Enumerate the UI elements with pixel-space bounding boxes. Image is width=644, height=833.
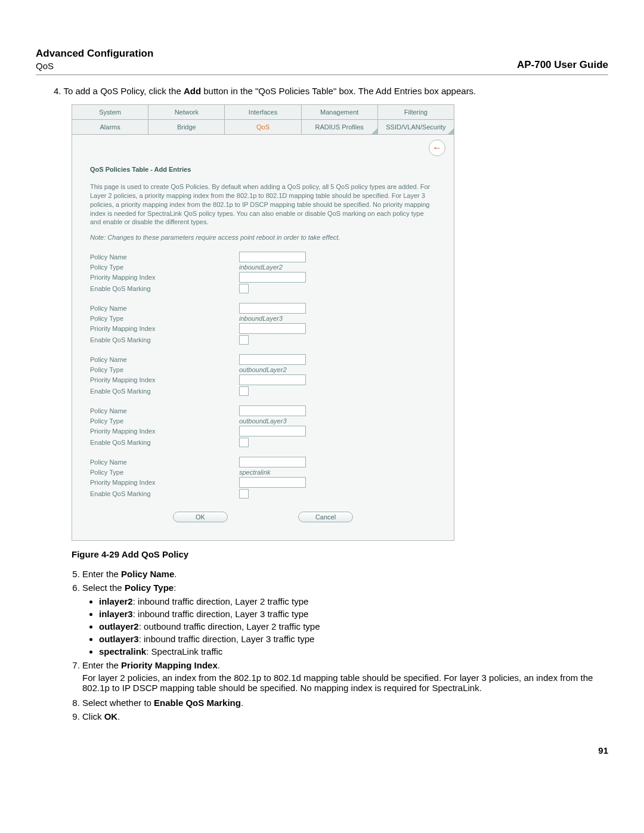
ok-button[interactable]: OK	[173, 512, 228, 522]
bullet-outlayer2: outlayer2: outbound traffic direction, L…	[99, 621, 608, 631]
tab-alarms[interactable]: Alarms	[72, 120, 148, 134]
policy-group-2: Policy Name Policy TypeinboundLayer3 Pri…	[90, 303, 436, 345]
bullet-inlayer2: inlayer2: inbound traffic direction, Lay…	[99, 596, 608, 606]
value-policy-type-1: inboundLayer2	[239, 264, 283, 271]
input-pm-index-2[interactable]	[239, 323, 306, 334]
checkbox-enable-qos-1[interactable]	[239, 284, 249, 293]
label-policy-name: Policy Name	[90, 253, 239, 261]
tab-radius-profiles[interactable]: RADIUS Profiles	[302, 120, 378, 134]
step-5: Enter the Policy Name.	[82, 569, 608, 579]
tab-bridge[interactable]: Bridge	[148, 120, 225, 134]
tab-qos[interactable]: QoS	[225, 120, 301, 134]
tab-filtering[interactable]: Filtering	[378, 105, 454, 119]
tab-ssid-vlan-security[interactable]: SSID/VLAN/Security	[378, 120, 454, 134]
back-arrow-icon[interactable]: ←	[429, 140, 445, 156]
tab-network[interactable]: Network	[148, 105, 225, 119]
policy-group-5: Policy Name Policy Typespectralink Prior…	[90, 457, 436, 498]
checkbox-enable-qos-2[interactable]	[239, 335, 249, 345]
value-policy-type-3: outboundLayer2	[239, 366, 287, 373]
label-pm-index: Priority Mapping Index	[90, 274, 239, 281]
tab-system[interactable]: System	[72, 105, 148, 119]
panel-heading: QoS Policies Table - Add Entries	[90, 166, 436, 173]
input-policy-name-2[interactable]	[239, 303, 306, 314]
value-policy-type-2: inboundLayer3	[239, 315, 283, 322]
value-policy-type-4: outboundLayer3	[239, 417, 287, 425]
input-policy-name-5[interactable]	[239, 457, 306, 467]
tab-row-2: Alarms Bridge QoS RADIUS Profiles SSID/V…	[72, 120, 454, 135]
policy-group-1: Policy Name Policy TypeinboundLayer2 Pri…	[90, 252, 436, 293]
bullet-inlayer3: inlayer3: inbound traffic direction, Lay…	[99, 609, 608, 619]
bullet-spectralink: spectralink: SpectraLink traffic	[99, 646, 608, 657]
input-pm-index-1[interactable]	[239, 272, 306, 283]
header-left-title: Advanced Configuration	[36, 48, 153, 60]
step-7: Enter the Priority Mapping Index. For la…	[82, 660, 608, 693]
figure-caption: Figure 4-29 Add QoS Policy	[72, 549, 608, 559]
policy-group-4: Policy Name Policy TypeoutboundLayer3 Pr…	[90, 405, 436, 447]
input-policy-name-4[interactable]	[239, 405, 306, 416]
input-policy-name-1[interactable]	[239, 252, 306, 262]
panel-description: This page is used to create QoS Policies…	[90, 182, 436, 227]
header-right: AP-700 User Guide	[517, 59, 608, 71]
step-8: Select whether to Enable QoS Marking.	[82, 698, 608, 708]
checkbox-enable-qos-4[interactable]	[239, 438, 249, 447]
tab-row-1: System Network Interfaces Management Fil…	[72, 105, 454, 120]
label-policy-type: Policy Type	[90, 264, 239, 271]
step-6: Select the Policy Type: inlayer2: inboun…	[82, 583, 608, 657]
qos-add-entries-ui: System Network Interfaces Management Fil…	[72, 104, 454, 541]
checkbox-enable-qos-3[interactable]	[239, 386, 249, 396]
tab-management[interactable]: Management	[302, 105, 378, 119]
value-policy-type-5: spectralink	[239, 469, 271, 476]
page-number: 91	[36, 745, 608, 755]
label-enable-qos: Enable QoS Marking	[90, 285, 239, 292]
header-divider	[36, 75, 608, 75]
tab-interfaces[interactable]: Interfaces	[225, 105, 301, 119]
policy-group-3: Policy Name Policy TypeoutboundLayer2 Pr…	[90, 354, 436, 396]
input-pm-index-4[interactable]	[239, 426, 306, 436]
bullet-outlayer3: outlayer3: inbound traffic direction, La…	[99, 634, 608, 644]
step-9: Click OK.	[82, 711, 608, 721]
panel-note: Note: Changes to these parameters requir…	[90, 234, 436, 241]
cancel-button[interactable]: Cancel	[298, 512, 353, 522]
checkbox-enable-qos-5[interactable]	[239, 489, 249, 498]
step-7-para: For layer 2 policies, an index from the …	[82, 673, 608, 693]
input-policy-name-3[interactable]	[239, 354, 306, 365]
header-left-sub: QoS	[36, 61, 153, 71]
step-4-line: 4. To add a QoS Policy, click the Add bu…	[54, 86, 608, 96]
input-pm-index-5[interactable]	[239, 477, 306, 488]
input-pm-index-3[interactable]	[239, 374, 306, 385]
